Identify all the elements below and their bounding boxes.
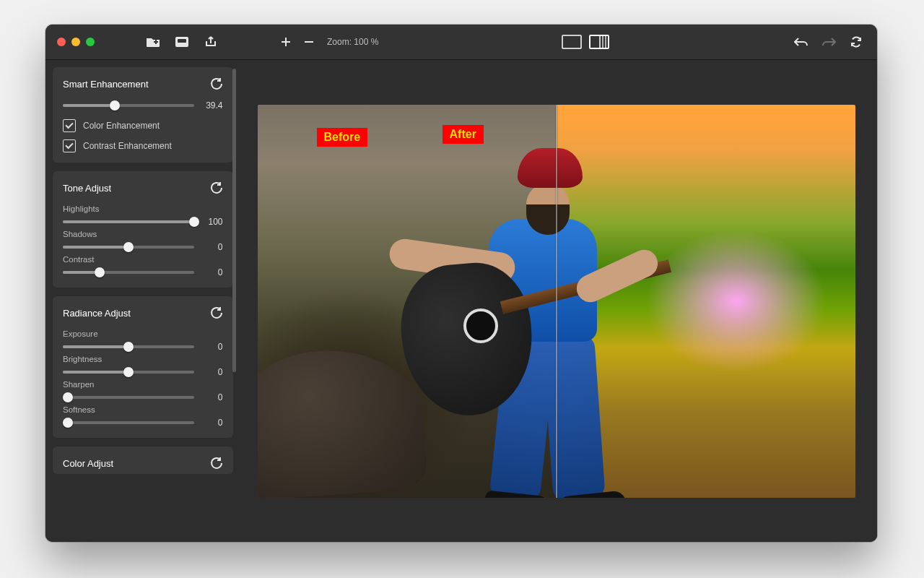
reset-icon (210, 181, 223, 194)
after-image (557, 105, 855, 498)
plus-icon (281, 37, 291, 47)
undo-icon (794, 37, 808, 47)
split-view-button[interactable] (589, 35, 609, 49)
smart-amount-slider[interactable] (63, 104, 194, 107)
shadows-label: Shadows (63, 230, 223, 238)
refresh-icon (850, 36, 862, 48)
view-mode-toggle (562, 35, 609, 49)
panel-smart-enhancement: Smart Enhancement 39.4 Color Enhancement (53, 67, 233, 163)
softness-value: 0 (201, 418, 223, 428)
titlebar: Zoom: 100 % (45, 25, 877, 60)
save-icon (175, 37, 188, 47)
panel-radiance-adjust: Radiance Adjust Exposure 0 Brightness (53, 296, 233, 438)
add-image-button[interactable] (144, 33, 162, 51)
panel-title: Smart Enhancement (63, 79, 149, 90)
color-enhancement-label: Color Enhancement (83, 121, 160, 131)
reset-icon (210, 457, 223, 470)
highlights-label: Highlights (63, 204, 223, 213)
main-body: Smart Enhancement 39.4 Color Enhancement (45, 60, 877, 542)
reset-radiance-button[interactable] (210, 306, 223, 319)
before-badge: Before (317, 128, 368, 147)
scrollbar[interactable] (232, 69, 236, 372)
sidebar[interactable]: Smart Enhancement 39.4 Color Enhancement (45, 60, 239, 542)
softness-slider[interactable] (63, 421, 194, 424)
softness-label: Softness (63, 405, 223, 414)
close-window-button[interactable] (57, 38, 66, 46)
reset-icon (210, 77, 223, 90)
shadows-value: 0 (201, 242, 223, 252)
panel-tone-adjust: Tone Adjust Highlights 100 Shadows (53, 171, 233, 288)
share-button[interactable] (201, 33, 220, 51)
brightness-slider[interactable] (63, 371, 194, 374)
before-image (258, 105, 557, 498)
app-window: Zoom: 100 % Smar (45, 25, 877, 542)
contrast-slider[interactable] (63, 271, 194, 274)
folder-plus-icon (146, 36, 160, 48)
after-badge: After (443, 125, 484, 144)
zoom-in-button[interactable] (276, 33, 295, 51)
highlights-value: 100 (201, 217, 223, 227)
compare-divider[interactable] (556, 105, 557, 498)
save-button[interactable] (173, 33, 191, 51)
share-icon (204, 36, 217, 48)
window-controls (57, 38, 95, 46)
exposure-slider[interactable] (63, 345, 194, 348)
minimize-window-button[interactable] (71, 38, 80, 46)
contrast-enhancement-label: Contrast Enhancement (83, 141, 172, 151)
undo-button[interactable] (792, 33, 811, 51)
brightness-label: Brightness (63, 355, 223, 363)
image-canvas[interactable]: Before After (258, 105, 855, 498)
panel-title: Radiance Adjust (63, 308, 131, 319)
brightness-value: 0 (201, 367, 223, 377)
maximize-window-button[interactable] (86, 38, 95, 46)
shadows-slider[interactable] (63, 246, 194, 249)
zoom-level-label: Zoom: 100 % (327, 37, 378, 47)
reset-smart-button[interactable] (210, 77, 223, 90)
reset-color-button[interactable] (210, 457, 223, 470)
svg-rect-1 (178, 39, 186, 43)
contrast-value: 0 (201, 267, 223, 277)
zoom-out-button[interactable] (300, 33, 318, 51)
contrast-label: Contrast (63, 255, 223, 264)
panel-title: Color Adjust (63, 458, 113, 469)
contrast-enhancement-checkbox[interactable] (63, 139, 76, 152)
panel-title: Tone Adjust (63, 183, 111, 194)
sharpen-label: Sharpen (63, 380, 223, 389)
sharpen-slider[interactable] (63, 396, 194, 399)
reset-tone-button[interactable] (210, 181, 223, 194)
reset-icon (210, 306, 223, 319)
redo-button[interactable] (819, 33, 838, 51)
canvas-area: Before After (239, 60, 877, 542)
panel-color-adjust: Color Adjust (53, 447, 233, 474)
zoom-controls: Zoom: 100 % (276, 33, 378, 51)
sharpen-value: 0 (201, 392, 223, 402)
refresh-button[interactable] (847, 33, 866, 51)
single-view-button[interactable] (562, 35, 582, 49)
exposure-value: 0 (201, 342, 223, 352)
smart-amount-value: 39.4 (201, 100, 223, 111)
exposure-label: Exposure (63, 329, 223, 338)
highlights-slider[interactable] (63, 220, 194, 223)
minus-icon (304, 37, 314, 47)
redo-icon (821, 37, 836, 47)
color-enhancement-checkbox[interactable] (63, 119, 76, 132)
